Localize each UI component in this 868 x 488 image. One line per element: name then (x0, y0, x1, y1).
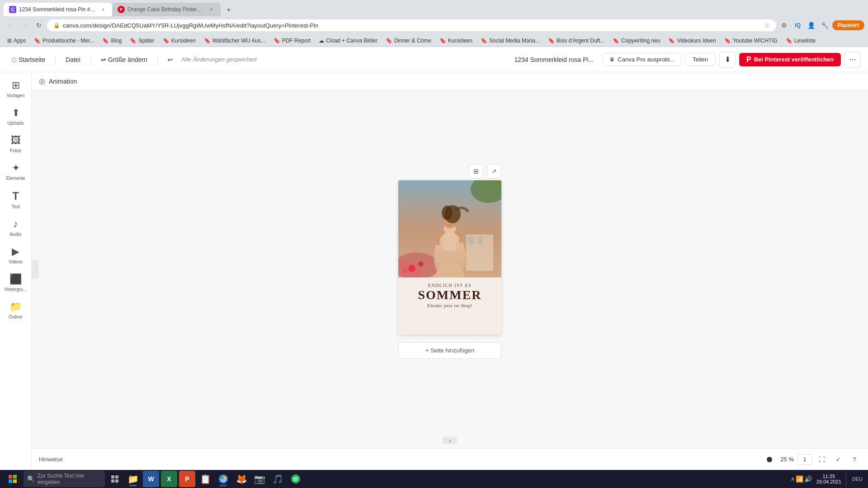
taskbar-volume-icon[interactable]: 🔊 (804, 475, 812, 483)
taskbar-show-desktop[interactable] (846, 471, 849, 487)
bookmark-13[interactable]: 🔖 Videokurs Ideen (665, 37, 720, 45)
sidebar-item-audio[interactable]: ♪ Audio (2, 215, 29, 240)
text-icon: T (12, 190, 19, 202)
check-button[interactable]: ✓ (832, 453, 844, 466)
bookmark-15[interactable]: 🔖 Leseliste (782, 37, 819, 45)
bookmark-5[interactable]: 🔖 Wahlfächer WU Aus... (200, 37, 269, 45)
taskbar-powerpoint[interactable]: P (179, 471, 195, 487)
fotos-icon: 🖼 (11, 135, 21, 146)
bookmark-1-icon: 🔖 (34, 38, 41, 44)
sidebar-item-elemente[interactable]: ✦ Elemente (2, 159, 29, 184)
canva-pro-button[interactable]: ♛ Canva Pro ausprobi... (603, 53, 681, 66)
ext-icon1[interactable]: 🔧 (819, 19, 831, 32)
more-options-button[interactable]: ··· (844, 52, 861, 68)
svg-rect-16 (9, 475, 12, 479)
taskbar-spotify[interactable] (288, 471, 304, 487)
canva-separator-3 (157, 54, 158, 65)
bookmark-2[interactable]: 🔖 Blog (99, 37, 125, 45)
profile-icon[interactable]: 👤 (805, 19, 818, 32)
taskbar-datetime[interactable]: 11:25 29.04.2021 (814, 472, 844, 486)
start-button[interactable] (4, 471, 22, 487)
canva-app: ⌂ Startseite Datei ⇌ Größe ändern ↩ Alle… (0, 47, 868, 488)
bookmark-9[interactable]: 🔖 Kursideen (436, 37, 476, 45)
sidebar-item-videos[interactable]: ▶ Videos (2, 242, 29, 268)
tab-2-close[interactable]: × (208, 6, 215, 13)
taskbar-chevron-icon[interactable]: ∧ (791, 476, 795, 482)
sidebar-item-fotos[interactable]: 🖼 Fotos (2, 131, 29, 157)
tab-2[interactable]: P Orange Cake Birthday Pinterest ... × (112, 3, 221, 16)
audio-icon: ♪ (13, 218, 18, 230)
sidebar-item-uploads[interactable]: ⬆ Uploads (2, 103, 29, 129)
svg-rect-9 (443, 225, 456, 250)
canvas-action-copy[interactable]: ⊞ (469, 164, 483, 178)
bookmark-4[interactable]: 🔖 Kursideen (159, 37, 199, 45)
download-button[interactable]: ⬇ (719, 52, 736, 68)
pin-design[interactable]: ENDLICH IST ES SOMMER Kleider jetzt im S… (398, 180, 501, 335)
taskbar-firefox[interactable]: 🦊 (233, 471, 250, 487)
add-page-button[interactable]: + Seite hinzufügen (398, 342, 501, 359)
apps-icon: ⊞ (7, 38, 12, 44)
bookmark-12[interactable]: 🔖 Copywriting neu (609, 37, 664, 45)
bookmark-8[interactable]: 🔖 Dinner & Crime (382, 37, 435, 45)
taskbar-chrome[interactable] (215, 471, 231, 487)
canvas-scroll-area[interactable]: ‹ ⊞ ↗ (32, 90, 868, 448)
sidebar-item-vorlagen[interactable]: ⊞ Vorlagen (2, 76, 29, 102)
sidebar-item-hintergrund[interactable]: ⬛ Hintergru... (2, 270, 29, 296)
taskbar-network-icon[interactable]: 📶 (796, 475, 803, 483)
fullscreen-button[interactable]: ⛶ (816, 453, 828, 466)
task-view-button[interactable] (107, 471, 123, 487)
reload-button[interactable]: ↻ (33, 19, 45, 32)
doc-title-input[interactable] (509, 54, 599, 65)
tab-1-close[interactable]: × (99, 6, 107, 13)
share-button[interactable]: Teilen (685, 53, 716, 66)
taskbar-word[interactable]: W (143, 471, 159, 487)
sidebar-item-text[interactable]: T Text (2, 186, 29, 213)
keyboard-layout: DEU (850, 474, 864, 483)
bookmark-1[interactable]: 🔖 Produktsuche - Mer... (30, 37, 98, 45)
resize-button[interactable]: ⇌ Größe ändern (96, 53, 152, 66)
tab-1-favicon: C (9, 6, 16, 13)
bookmark-apps-label: Apps (14, 38, 26, 44)
extensions-icon[interactable]: ⚙ (778, 19, 791, 32)
fotos-label: Fotos (10, 148, 21, 153)
profile-button[interactable]: Pausiert (832, 20, 864, 30)
svg-point-15 (403, 268, 407, 273)
home-button[interactable]: ⌂ Startseite (7, 52, 50, 67)
page-indicator[interactable]: 1 (797, 454, 812, 465)
taskbar-photos[interactable]: 📷 (251, 471, 268, 487)
publish-pinterest-button[interactable]: P Bei Pinterest veröffentlichen (739, 53, 841, 66)
taskbar-excel[interactable]: X (161, 471, 177, 487)
back-button[interactable]: ← (4, 19, 16, 32)
canvas-actions: ⊞ ↗ (469, 164, 501, 178)
taskbar-file-explorer[interactable]: 📁 (125, 471, 141, 487)
address-bar[interactable]: 🔒 canva.com/design/DAEdCQ5UaMY/Y5R-LUjvg… (47, 19, 776, 31)
svg-point-13 (408, 265, 415, 272)
bookmark-3[interactable]: 🔖 Später (126, 37, 158, 45)
canvas-action-share[interactable]: ↗ (487, 164, 501, 178)
tab-1[interactable]: C 1234 Sommerkleid rosa Pin #1 – ... × (4, 3, 112, 16)
search-button[interactable]: 🔍 Zur Suche Text hier eingeben (24, 471, 105, 487)
help-button[interactable]: ? (848, 453, 861, 466)
taskbar-onenote[interactable]: 📋 (197, 471, 213, 487)
bookmark-14[interactable]: 🔖 Youtube WICHTIG (721, 37, 781, 45)
taskbar-music[interactable]: 🎵 (269, 471, 286, 487)
undo-button[interactable]: ↩ (163, 53, 178, 66)
hints-label: Hinweise (39, 456, 63, 463)
canvas-collapse-bottom[interactable]: ∧ (443, 437, 457, 444)
bookmark-6[interactable]: 🔖 PDF Report (270, 37, 314, 45)
bookmarks-bar: ⊞ Apps 🔖 Produktsuche - Mer... 🔖 Blog 🔖 … (0, 34, 868, 47)
iq-icon[interactable]: IQ (792, 19, 804, 32)
bookmark-11[interactable]: 🔖 Bois d'Argent Duft... (544, 37, 608, 45)
sidebar-item-ordner[interactable]: 📁 Ordner (2, 297, 29, 323)
bookmark-apps[interactable]: ⊞ Apps (4, 37, 29, 45)
forward-button[interactable]: → (18, 19, 31, 32)
publish-label: Bei Pinterest veröffentlichen (754, 56, 834, 63)
new-tab-button[interactable]: + (222, 4, 235, 16)
file-menu[interactable]: Datei (61, 53, 85, 66)
bookmark-7[interactable]: ☁ Cload + Canva Bilder (315, 37, 381, 45)
sidebar-collapse-handle[interactable]: ‹ (32, 260, 39, 278)
ordner-label: Ordner (9, 314, 23, 319)
bookmark-13-icon: 🔖 (668, 38, 675, 44)
bookmark-6-label: PDF Report (282, 38, 311, 44)
bookmark-10[interactable]: 🔖 Social Media Mana... (477, 37, 543, 45)
